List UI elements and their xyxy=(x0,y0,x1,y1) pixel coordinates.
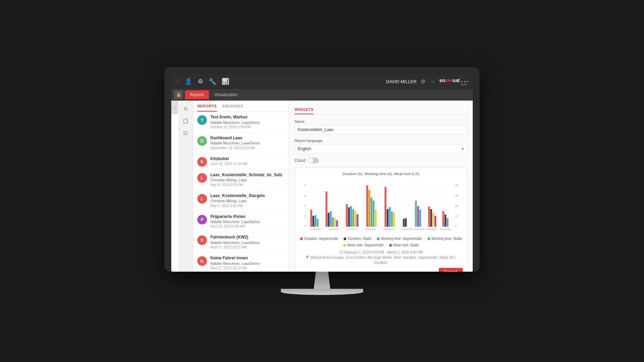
report-item[interactable]: L Laax_Kostenstelle_Schnulz_im_Sulz Chri… xyxy=(193,170,289,191)
svg-rect-29 xyxy=(355,211,356,227)
svg-rect-45 xyxy=(419,210,421,227)
svg-rect-46 xyxy=(428,207,430,227)
sidebar-nav-icon[interactable]: ⊙ xyxy=(181,103,191,114)
svg-rect-44 xyxy=(417,206,419,227)
svg-rect-28 xyxy=(352,209,354,227)
avatar: K xyxy=(197,157,207,167)
svg-rect-31 xyxy=(366,185,368,227)
main-layout: › ⊙ 📋 ☑ REPORTS ARCHIVES T Test Erw xyxy=(171,101,473,272)
svg-rect-51 xyxy=(445,215,446,227)
report-item[interactable]: K Kitzbuhel June 15, 2023 11:25 AM xyxy=(193,154,289,170)
svg-rect-42 xyxy=(405,218,407,227)
svg-text:40: 40 xyxy=(455,184,458,187)
avatar: K xyxy=(197,256,207,266)
settings-icon[interactable]: ⚙ xyxy=(198,78,203,85)
report-item[interactable]: P Präparierte Pisten Natalie Moschner, L… xyxy=(193,211,289,232)
svg-rect-52 xyxy=(447,218,448,227)
svg-text:3: 3 xyxy=(304,194,306,197)
report-author: Natalie Moschner, LaaxDemo xyxy=(210,219,285,224)
legend-item: Duration: Segneshütte xyxy=(300,237,338,241)
svg-rect-24 xyxy=(336,220,338,227)
avatar: T xyxy=(197,115,207,125)
chart-icon[interactable]: 📊 xyxy=(222,78,229,85)
report-info: Keine Fahrer:innen Natalie Moschner, Laa… xyxy=(210,256,285,271)
svg-rect-26 xyxy=(348,207,350,227)
svg-text:02/07/2024: 02/07/2024 xyxy=(383,228,394,230)
legend-label: Mean fuel: Stalla xyxy=(393,243,419,247)
svg-rect-49 xyxy=(434,216,436,227)
tab-archives[interactable]: ARCHIVES xyxy=(222,101,243,112)
sidebar-toggle[interactable]: › xyxy=(171,101,178,114)
svg-rect-32 xyxy=(369,190,370,227)
svg-text:02/12/2024: 02/12/2024 xyxy=(329,228,339,230)
svg-rect-34 xyxy=(373,201,374,227)
svg-rect-50 xyxy=(442,211,444,227)
cloud-toggle[interactable] xyxy=(308,158,319,163)
svg-rect-16 xyxy=(312,216,314,227)
report-author: Natalie Moschner, LaaxDemo xyxy=(210,240,285,245)
chart-area: 4 3 2 1 0 40 30 20 10 0 xyxy=(299,179,463,234)
logout-icon[interactable]: → xyxy=(430,78,435,85)
widgets-tab[interactable]: WIDGETS xyxy=(295,107,313,114)
reports-panel: REPORTS ARCHIVES T Test Erwin, Markus Na… xyxy=(193,101,289,272)
language-field-group: Report language English ▼ xyxy=(295,139,467,154)
svg-text:10: 10 xyxy=(455,215,458,218)
sidebar-reports-icon[interactable]: 📋 xyxy=(181,116,191,126)
svg-rect-23 xyxy=(334,218,336,227)
report-item[interactable]: K Keine Fahrer:innen Natalie Moschner, L… xyxy=(193,253,289,272)
stand-neck xyxy=(312,272,332,289)
report-author: Christian Mönig, Laax xyxy=(210,198,285,203)
svg-rect-47 xyxy=(430,209,432,227)
avatar: L xyxy=(197,194,207,204)
stand-base xyxy=(281,289,363,295)
svg-rect-43 xyxy=(415,201,417,227)
legend-dot xyxy=(343,244,346,247)
reports-tabs: REPORTS ARCHIVES xyxy=(193,101,289,112)
report-item[interactable]: T Test Erwin, Markus Natalie Moschner, L… xyxy=(193,112,289,133)
avatar: P xyxy=(197,215,207,224)
legend-dot xyxy=(344,237,346,240)
svg-text:02/18/2024: 02/18/2024 xyxy=(440,228,451,230)
report-name: Fahrtenbuch (KW2) xyxy=(210,235,285,240)
tab-reports-list[interactable]: REPORTS xyxy=(197,101,217,112)
legend-item: Working time: Segneshütte xyxy=(377,237,422,241)
svg-rect-41 xyxy=(403,219,405,227)
top-nav: ⌂ 👤 ⚙ 🔧 📊 DAVID MILLER ⚙ → snowsat ▲▲▲Su… xyxy=(171,74,473,89)
name-field-group: Name xyxy=(295,119,467,134)
legend-label: Duration: Stalla xyxy=(348,237,371,241)
report-item[interactable]: L Laax_Kostenstelle_Stargels Christian M… xyxy=(193,191,289,211)
language-select[interactable]: English xyxy=(295,144,467,154)
svg-text:4: 4 xyxy=(304,184,306,187)
export-button[interactable]: Export xyxy=(439,268,463,272)
nav-left: ⌂ 👤 ⚙ 🔧 📊 xyxy=(175,78,229,85)
svg-rect-15 xyxy=(310,210,312,227)
svg-rect-30 xyxy=(357,214,358,227)
gear-icon[interactable]: ⚙ xyxy=(421,78,425,85)
tab-reports[interactable]: Reports xyxy=(185,90,209,99)
cloud-toggle-group: Cloud xyxy=(295,158,467,163)
screen: ⌂ 👤 ⚙ 🔧 📊 DAVID MILLER ⚙ → snowsat ▲▲▲Su… xyxy=(171,74,473,272)
legend-label: Working time: Stalla xyxy=(432,237,462,241)
report-name: Keine Fahrer:innen xyxy=(210,256,285,261)
report-name: Dashboard Laax xyxy=(210,135,285,141)
name-input[interactable] xyxy=(295,125,467,134)
person-icon[interactable]: 👤 xyxy=(185,78,192,85)
svg-rect-39 xyxy=(391,211,393,227)
svg-rect-33 xyxy=(371,197,372,227)
chart-container: Duration (h), Working time (h), Mean fue… xyxy=(295,167,467,272)
report-name: Kitzbuhel xyxy=(210,156,285,162)
report-item[interactable]: D Dashboard Laax Natalie Moschner, LaaxD… xyxy=(193,133,289,154)
svg-rect-19 xyxy=(325,192,327,227)
username: DAVID MILLER xyxy=(386,79,417,84)
report-author: Christian Mönig, Laax xyxy=(210,178,285,182)
sidebar-check-icon[interactable]: ☑ xyxy=(181,128,191,138)
report-date: April 19, 2023 9:45 AM xyxy=(210,224,285,229)
monitor: ⌂ 👤 ⚙ 🔧 📊 DAVID MILLER ⚙ → snowsat ▲▲▲Su… xyxy=(164,67,480,272)
widgets-tab-bar: WIDGETS xyxy=(295,106,467,115)
legend-label: Mean fuel: Segneshütte xyxy=(347,243,384,247)
wrench-icon[interactable]: 🔧 xyxy=(209,78,216,85)
tab-lock: 🔒 xyxy=(174,90,183,99)
home-icon[interactable]: ⌂ xyxy=(175,78,179,85)
tab-visualization[interactable]: Visualization xyxy=(210,90,242,99)
report-item[interactable]: F Fahrtenbuch (KW2) Natalie Moschner, La… xyxy=(193,232,289,253)
